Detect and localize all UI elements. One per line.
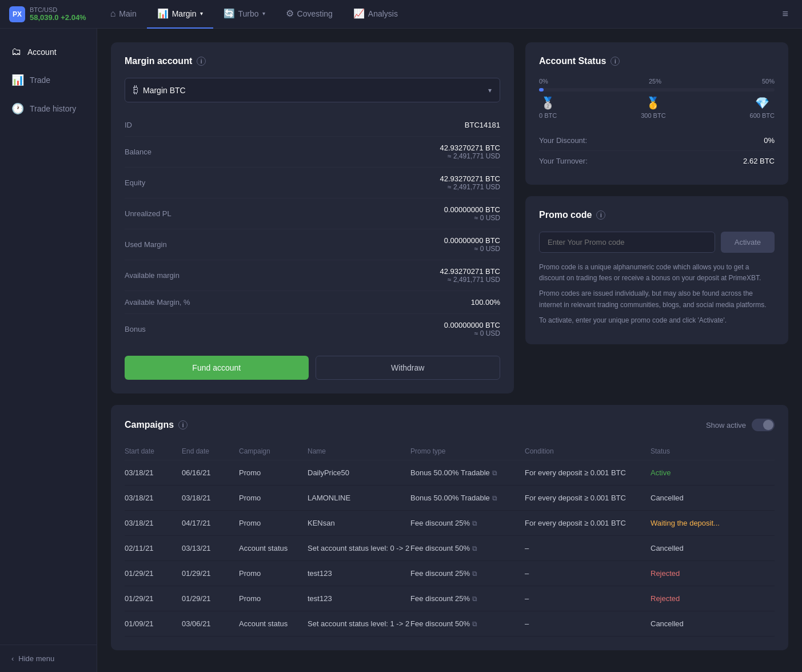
field-used-margin: Used Margin 0.00000000 BTC ≈ 0 USD: [125, 229, 500, 260]
logo-icon: PX: [9, 6, 25, 22]
top-row: Margin account i ₿ Margin BTC ▾ ID BTC14…: [111, 42, 788, 393]
external-link-icon[interactable]: ⧉: [472, 519, 477, 527]
nav-label-turbo: Turbo: [238, 9, 259, 18]
field-label-equity: Equity: [125, 178, 145, 187]
table-row[interactable]: 01/09/21 03/06/21 Account status Set acc…: [125, 611, 775, 637]
cell-campaign: Promo: [239, 569, 308, 578]
external-link-icon[interactable]: ⧉: [472, 544, 477, 552]
sidebar-label-account: Account: [27, 47, 57, 57]
cell-end-date: 03/06/21: [182, 619, 239, 628]
cell-start-date: 03/18/21: [125, 519, 182, 527]
campaigns-info-icon[interactable]: i: [178, 420, 187, 430]
nav-item-turbo[interactable]: 🔄 Turbo ▾: [213, 0, 276, 29]
cell-condition: For every deposit ≥ 0.001 BTC: [525, 468, 651, 477]
cell-start-date: 01/29/21: [125, 569, 182, 578]
external-link-icon[interactable]: ⧉: [472, 595, 477, 603]
hamburger-icon[interactable]: ≡: [777, 3, 793, 25]
withdraw-button[interactable]: Withdraw: [316, 356, 501, 380]
cell-promo-type: Bonus 50.00% Tradable ⧉: [410, 494, 525, 502]
sidebar: 🗂 Account 📊 Trade 🕐 Trade history ‹ Hide…: [0, 29, 97, 672]
sidebar-item-trade-history[interactable]: 🕐 Trade history: [0, 94, 97, 123]
cell-promo-type: Bonus 50.00% Tradable ⧉: [410, 468, 525, 477]
chevron-down-icon: ▾: [200, 10, 203, 17]
cell-end-date: 01/29/21: [182, 569, 239, 578]
show-active-label: Show active: [706, 421, 746, 430]
tier-0-label: 0 BTC: [539, 112, 557, 119]
sidebar-item-account[interactable]: 🗂 Account: [0, 38, 97, 66]
col-status: Status: [651, 447, 731, 455]
promo-code-input[interactable]: [539, 232, 715, 253]
turnover-row: Your Turnover: 2.62 BTC: [539, 151, 775, 171]
show-active-toggle[interactable]: [752, 419, 775, 431]
trade-icon: 📊: [11, 74, 24, 86]
ticker-price: 58,039.0 +2.04%: [30, 13, 86, 22]
cell-name: DailyPrice50: [308, 468, 410, 477]
account-icon: 🗂: [11, 46, 22, 58]
cell-name: test123: [308, 594, 410, 603]
table-row[interactable]: 01/29/21 01/29/21 Promo test123 Fee disc…: [125, 561, 775, 586]
account-status-info-icon[interactable]: i: [611, 57, 620, 66]
sidebar-item-trade[interactable]: 📊 Trade: [0, 66, 97, 94]
nav-item-margin[interactable]: 📊 Margin ▾: [147, 0, 213, 29]
field-value-id: BTC14181: [465, 121, 500, 129]
cell-end-date: 06/16/21: [182, 468, 239, 477]
activate-button[interactable]: Activate: [721, 232, 775, 253]
cell-campaign: Promo: [239, 519, 308, 527]
nav-item-analysis[interactable]: 📈 Analysis: [343, 0, 408, 29]
tier-0-icon: 🥈: [541, 96, 555, 110]
field-label-id: ID: [125, 121, 132, 129]
cell-name: test123: [308, 569, 410, 578]
table-row[interactable]: 02/11/21 03/13/21 Account status Set acc…: [125, 536, 775, 561]
cell-start-date: 01/29/21: [125, 594, 182, 603]
right-panel: Account Status i 0% 25% 50%: [525, 42, 788, 393]
field-value-bonus-btc: 0.00000000 BTC: [444, 321, 500, 329]
toggle-knob: [763, 420, 773, 430]
table-row[interactable]: 01/29/21 01/29/21 Promo test123 Fee disc…: [125, 586, 775, 611]
table-row[interactable]: 03/18/21 06/16/21 Promo DailyPrice50 Bon…: [125, 460, 775, 486]
external-link-icon[interactable]: ⧉: [492, 494, 497, 502]
main-content: Margin account i ₿ Margin BTC ▾ ID BTC14…: [97, 29, 802, 672]
col-end-date: End date: [182, 447, 239, 455]
field-available-margin: Available margin 42.93270271 BTC ≈ 2,491…: [125, 260, 500, 291]
col-start-date: Start date: [125, 447, 182, 455]
account-selector-dropdown[interactable]: ₿ Margin BTC ▾: [125, 78, 500, 102]
home-icon: ⌂: [110, 9, 116, 19]
promo-code-info-icon[interactable]: i: [596, 210, 605, 220]
cell-promo-type: Fee discount 25% ⧉: [410, 594, 525, 603]
external-link-icon[interactable]: ⧉: [492, 469, 497, 477]
cell-end-date: 04/17/21: [182, 519, 239, 527]
table-row[interactable]: 03/18/21 04/17/21 Promo KENsan Fee disco…: [125, 511, 775, 536]
external-link-icon[interactable]: ⧉: [472, 620, 477, 628]
cell-campaign: Promo: [239, 494, 308, 502]
external-link-icon[interactable]: ⧉: [472, 570, 477, 578]
table-row[interactable]: 03/18/21 03/18/21 Promo LAMONLINE Bonus …: [125, 486, 775, 511]
nav-item-main[interactable]: ⌂ Main: [100, 0, 147, 29]
sidebar-label-trade-history: Trade history: [30, 104, 76, 113]
cell-status: Waiting the deposit...: [651, 519, 731, 527]
account-status-card: Account Status i 0% 25% 50%: [525, 42, 788, 185]
margin-account-info-icon[interactable]: i: [197, 57, 206, 66]
turbo-chevron-icon: ▾: [262, 10, 265, 17]
field-value-unrealized-pl-btc: 0.00000000 BTC: [444, 205, 500, 214]
cell-promo-type: Fee discount 25% ⧉: [410, 569, 525, 578]
fund-account-button[interactable]: Fund account: [125, 356, 309, 380]
cell-start-date: 02/11/21: [125, 544, 182, 552]
field-value-available-margin-pct: 100.00%: [471, 298, 500, 307]
ticker-info: BTC/USD 58,039.0 +2.04%: [30, 6, 86, 22]
chart-icon: 📊: [157, 8, 169, 19]
status-bar-fill: [539, 88, 544, 92]
field-value-equity-btc: 42.93270271 BTC: [440, 174, 500, 183]
promo-input-row: Activate: [539, 232, 775, 253]
nav-items: ⌂ Main 📊 Margin ▾ 🔄 Turbo ▾ ⚙ Covesting …: [100, 0, 439, 29]
nav-item-covesting[interactable]: ⚙ Covesting: [276, 0, 343, 29]
cell-status: Cancelled: [651, 544, 731, 552]
cell-campaign: Promo: [239, 594, 308, 603]
logo[interactable]: PX BTC/USD 58,039.0 +2.04%: [9, 6, 86, 22]
tier-2-icon: 💎: [755, 96, 769, 110]
col-promo-type: Promo type: [410, 447, 525, 455]
history-icon: 🕐: [11, 102, 24, 115]
field-label-available-margin-pct: Available Margin, %: [125, 298, 190, 307]
sidebar-label-trade: Trade: [30, 75, 50, 85]
field-label-balance: Balance: [125, 148, 151, 156]
hide-menu-button[interactable]: ‹ Hide menu: [0, 645, 97, 672]
